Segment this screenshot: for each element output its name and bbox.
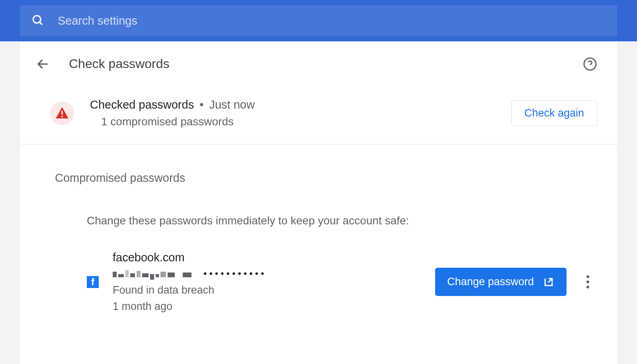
check-again-button[interactable]: Check again (511, 100, 597, 126)
help-icon[interactable] (583, 57, 597, 71)
obscured-username (113, 270, 191, 277)
status-text: Checked passwords • Just now 1 compromis… (90, 98, 511, 128)
search-input[interactable] (58, 14, 606, 27)
panel-header: Check passwords (20, 41, 617, 86)
search-icon (31, 14, 44, 28)
change-password-label: Change password (447, 276, 534, 288)
header-bar (0, 0, 637, 41)
warning-badge (50, 101, 74, 125)
svg-rect-6 (61, 116, 63, 117)
breach-info: Found in data breach (113, 284, 435, 296)
password-item: f facebook.com (55, 227, 601, 313)
external-link-icon (543, 276, 555, 288)
more-options-icon[interactable] (586, 275, 589, 288)
status-time: Just now (209, 98, 254, 111)
back-arrow-icon[interactable] (36, 57, 50, 71)
svg-point-0 (33, 16, 41, 23)
site-name: facebook.com (113, 251, 435, 264)
compromised-subtext: Change these passwords immediately to ke… (87, 214, 601, 227)
compromised-section: Compromised passwords Change these passw… (20, 144, 617, 313)
status-summary: 1 compromised passwords (101, 115, 511, 128)
status-label: Checked passwords (90, 98, 194, 111)
svg-line-1 (40, 22, 42, 25)
status-section: Checked passwords • Just now 1 compromis… (20, 86, 617, 144)
status-separator: • (199, 98, 203, 111)
content-panel: Check passwords Checked passwords • Just… (20, 41, 617, 364)
breach-time: 1 month ago (113, 300, 435, 313)
page-title: Check passwords (69, 56, 170, 71)
svg-rect-5 (61, 111, 63, 115)
password-meta-row: ••••••••••• (113, 268, 435, 279)
password-mask: ••••••••••• (203, 268, 266, 279)
password-details: facebook.com (113, 251, 435, 313)
site-favicon: f (87, 276, 99, 288)
facebook-icon: f (91, 276, 94, 288)
change-password-button[interactable]: Change password (435, 268, 567, 296)
search-container[interactable] (20, 5, 617, 36)
compromised-heading: Compromised passwords (55, 171, 601, 185)
warning-triangle-icon (55, 106, 70, 121)
